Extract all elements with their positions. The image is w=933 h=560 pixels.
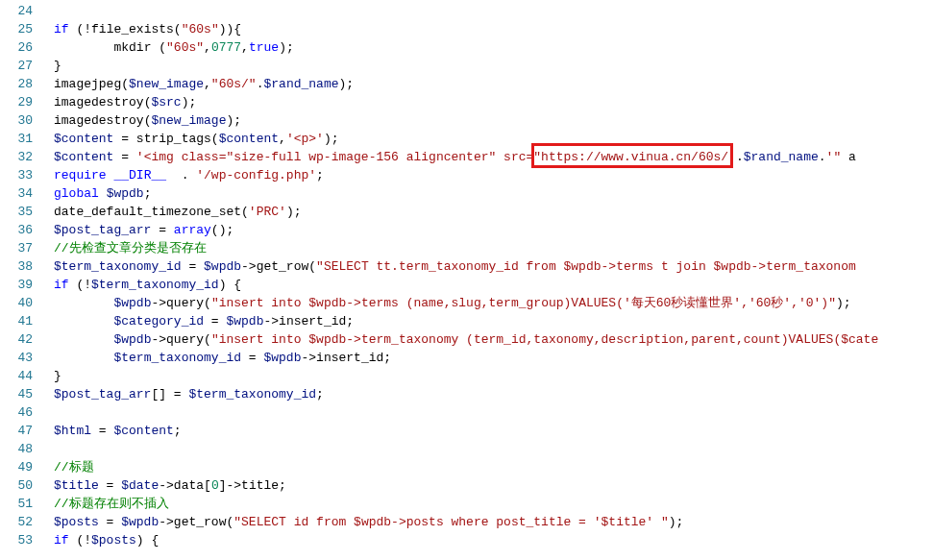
line-number: 35 — [0, 203, 33, 221]
code-line[interactable]: $post_tag_arr = array(); — [54, 221, 933, 239]
code-line[interactable]: $term_taxonomy_id = $wpdb->insert_id; — [54, 349, 933, 367]
line-number: 39 — [0, 276, 33, 294]
line-number: 47 — [0, 422, 33, 440]
code-line[interactable]: require __DIR__ . '/wp-config.php'; — [54, 166, 933, 184]
line-number: 38 — [0, 257, 33, 276]
line-number: 48 — [0, 440, 33, 458]
line-number: 34 — [0, 184, 33, 203]
line-number: 45 — [0, 385, 33, 403]
line-number: 25 — [0, 20, 33, 38]
line-number: 32 — [0, 148, 33, 166]
code-line[interactable]: $wpdb->query("insert into $wpdb->term_ta… — [54, 330, 933, 349]
code-line[interactable]: if (!$term_taxonomy_id) { — [54, 276, 933, 294]
line-number: 42 — [0, 330, 33, 349]
line-number: 43 — [0, 349, 33, 367]
code-line[interactable]: if (!$posts) { — [54, 531, 933, 549]
code-line[interactable]: $posts = $wpdb->get_row("SELECT id from … — [54, 513, 933, 531]
line-number: 31 — [0, 130, 33, 148]
line-number: 28 — [0, 75, 33, 93]
line-number: 27 — [0, 57, 33, 75]
line-number: 33 — [0, 166, 33, 184]
code-line[interactable]: $category_id = $wpdb->insert_id; — [54, 312, 933, 330]
code-line[interactable]: $content = strip_tags($content,'<p>'); — [54, 130, 933, 148]
code-line[interactable]: $content = '<img class="size-full wp-ima… — [54, 148, 933, 166]
code-line[interactable] — [54, 403, 933, 422]
line-number: 24 — [0, 2, 33, 20]
code-area[interactable]: if (!file_exists("60s")){ mkdir ("60s",0… — [46, 0, 933, 560]
code-line[interactable]: date_default_timezone_set('PRC'); — [54, 203, 933, 221]
line-number: 36 — [0, 221, 33, 239]
line-number: 37 — [0, 239, 33, 257]
code-line[interactable] — [54, 2, 933, 20]
code-line[interactable]: $post_tag_arr[] = $term_taxonomy_id; — [54, 385, 933, 403]
code-line[interactable]: } — [54, 367, 933, 385]
line-number: 51 — [0, 495, 33, 513]
line-number: 50 — [0, 476, 33, 495]
line-number-gutter: 24 25 26 27 28 29 30 31 32 33 34 35 36 3… — [0, 0, 46, 560]
code-line[interactable] — [54, 440, 933, 458]
line-number: 30 — [0, 111, 33, 130]
code-line[interactable]: if (!file_exists("60s")){ — [54, 20, 933, 38]
code-line[interactable]: global $wpdb; — [54, 184, 933, 203]
line-number: 52 — [0, 513, 33, 531]
line-number: 49 — [0, 458, 33, 476]
line-number: 53 — [0, 531, 33, 549]
code-line[interactable]: imagedestroy($new_image); — [54, 111, 933, 130]
code-line[interactable]: //标题存在则不插入 — [54, 495, 933, 513]
code-line[interactable]: $wpdb->query("insert into $wpdb->terms (… — [54, 294, 933, 312]
line-number: 40 — [0, 294, 33, 312]
line-number: 44 — [0, 367, 33, 385]
code-line[interactable]: } — [54, 57, 933, 75]
code-line[interactable]: mkdir ("60s",0777,true); — [54, 38, 933, 57]
code-line[interactable]: $html = $content; — [54, 422, 933, 440]
code-line[interactable]: imagedestroy($src); — [54, 93, 933, 111]
line-number: 41 — [0, 312, 33, 330]
line-number: 26 — [0, 38, 33, 57]
line-number: 46 — [0, 403, 33, 422]
code-line[interactable]: //标题 — [54, 458, 933, 476]
code-line[interactable]: imagejpeg($new_image,"60s/".$rand_name); — [54, 75, 933, 93]
code-line[interactable]: $title = $date->data[0]->title; — [54, 476, 933, 495]
code-line[interactable]: //先检查文章分类是否存在 — [54, 239, 933, 257]
highlighted-url: "https://www.vinua.cn/60s/' — [533, 150, 736, 164]
code-line[interactable]: $term_taxonomy_id = $wpdb->get_row("SELE… — [54, 257, 933, 276]
code-editor[interactable]: 24 25 26 27 28 29 30 31 32 33 34 35 36 3… — [0, 0, 933, 560]
line-number: 29 — [0, 93, 33, 111]
